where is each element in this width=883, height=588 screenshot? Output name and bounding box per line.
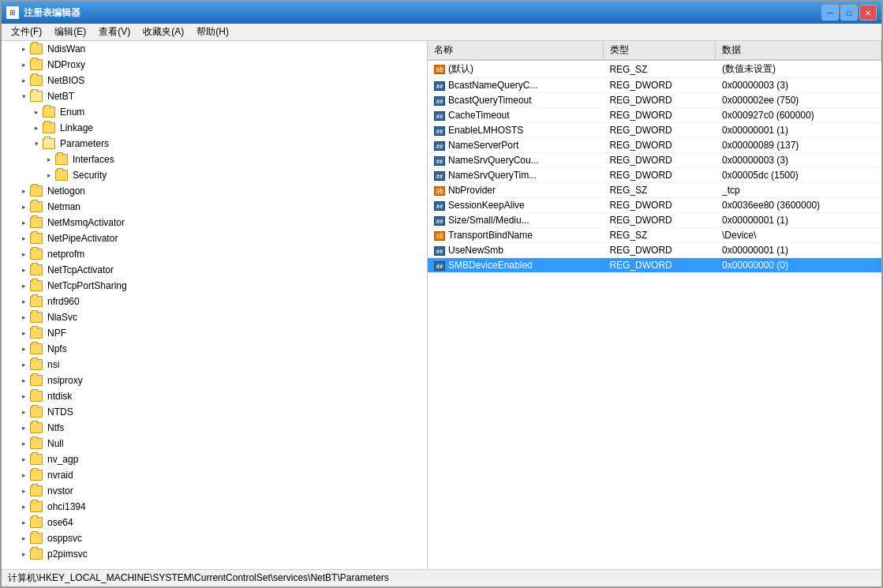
table-row[interactable]: ##SessionKeepAliveREG_DWORD0x0036ee80 (3… xyxy=(428,198,881,213)
folder-icon xyxy=(30,264,43,275)
reg-type-icon: ## xyxy=(434,246,445,256)
expander-icon: ▸ xyxy=(17,248,30,260)
reg-type-cell: REG_SZ xyxy=(603,183,716,198)
tree-item-nlasvc[interactable]: ▸NlaSvc xyxy=(2,309,427,325)
tree-item-parameters[interactable]: ▾Parameters xyxy=(2,136,427,152)
reg-name-cell: abNbProvider xyxy=(428,183,603,198)
window-title: 注册表编辑器 xyxy=(24,6,821,20)
tree-item-label: Netlogon xyxy=(47,185,85,197)
tree-item-nsi[interactable]: ▸nsi xyxy=(2,357,427,373)
tree-item-netbios[interactable]: ▸NetBIOS xyxy=(2,73,427,88)
col-type[interactable]: 类型 xyxy=(603,41,716,60)
table-row[interactable]: ##NameServerPortREG_DWORD0x00000089 (137… xyxy=(428,138,881,153)
tree-item-ndiswan[interactable]: ▸NdisWan xyxy=(2,41,427,57)
tree-item-netmsmqactivator[interactable]: ▸NetMsmqActivator xyxy=(2,215,427,230)
tree-item-ose64[interactable]: ▸ose64 xyxy=(2,515,427,530)
tree-item-ntdisk[interactable]: ▸ntdisk xyxy=(2,388,427,404)
title-bar: ⊞ 注册表编辑器 ─ □ ✕ xyxy=(2,2,881,24)
tree-item-netlogon[interactable]: ▸Netlogon xyxy=(2,183,427,199)
tree-item-label: Enum xyxy=(60,107,84,118)
table-row[interactable]: ab(默认)REG_SZ(数值未设置) xyxy=(428,60,881,78)
table-row[interactable]: ##SMBDeviceEnabledREG_DWORD0x00000000 (0… xyxy=(428,258,881,273)
tree-item-nettcpactivator[interactable]: ▸NetTcpActivator xyxy=(2,262,427,278)
menu-bar: 文件(F) 编辑(E) 查看(V) 收藏夹(A) 帮助(H) xyxy=(2,24,881,41)
menu-view[interactable]: 查看(V) xyxy=(92,24,137,40)
reg-type-cell: REG_DWORD xyxy=(603,108,716,123)
tree-item-osppsvc[interactable]: ▸osppsvc xyxy=(2,530,427,546)
reg-name-cell: ##SMBDeviceEnabled xyxy=(428,258,603,273)
close-button[interactable]: ✕ xyxy=(859,5,877,21)
registry-tree[interactable]: ▸NdisWan▸NDProxy▸NetBIOS▾NetBT▸Enum▸Link… xyxy=(2,41,428,569)
tree-item-label: Netman xyxy=(47,201,80,212)
reg-data-cell: 0x00000003 (3) xyxy=(716,78,881,93)
tree-item-ntds[interactable]: ▸NTDS xyxy=(2,404,427,420)
table-row[interactable]: ##Size/Small/Mediu...REG_DWORD0x00000001… xyxy=(428,213,881,228)
folder-icon xyxy=(30,201,43,212)
table-row[interactable]: ##BcastQueryTimeoutREG_DWORD0x000002ee (… xyxy=(428,93,881,108)
tree-item-security[interactable]: ▸Security xyxy=(2,167,427,183)
tree-item-ntfs[interactable]: ▸Ntfs xyxy=(2,420,427,436)
tree-item-netpipeactivator[interactable]: ▸NetPipeActivator xyxy=(2,230,427,246)
tree-item-label: nv_agp xyxy=(47,454,78,465)
reg-data-cell: _tcp xyxy=(716,183,881,198)
tree-item-npf[interactable]: ▸NPF xyxy=(2,325,427,341)
minimize-button[interactable]: ─ xyxy=(821,5,839,21)
col-name[interactable]: 名称 xyxy=(428,41,603,60)
tree-item-ndproxy[interactable]: ▸NDProxy xyxy=(2,57,427,73)
folder-icon xyxy=(30,517,43,528)
tree-item-netman[interactable]: ▸Netman xyxy=(2,199,427,215)
menu-edit[interactable]: 编辑(E) xyxy=(48,24,92,40)
folder-icon xyxy=(30,328,43,339)
tree-item-label: ose64 xyxy=(47,517,73,528)
registry-values: 名称 类型 数据 ab(默认)REG_SZ(数值未设置)##BcastNameQ… xyxy=(428,41,881,569)
expander-icon: ▸ xyxy=(17,295,30,308)
col-data[interactable]: 数据 xyxy=(716,41,881,60)
folder-icon xyxy=(55,170,68,181)
tree-item-netbt[interactable]: ▾NetBT xyxy=(2,88,427,104)
tree-item-enum[interactable]: ▸Enum xyxy=(2,104,427,120)
menu-help[interactable]: 帮助(H) xyxy=(190,24,235,40)
expander-icon: ▸ xyxy=(17,548,30,560)
table-row[interactable]: abNbProviderREG_SZ_tcp xyxy=(428,183,881,198)
table-row[interactable]: ##NameSrvQueryCou...REG_DWORD0x00000003 … xyxy=(428,153,881,168)
tree-item-label: NetTcpPortSharing xyxy=(47,280,127,291)
table-row[interactable]: ##BcastNameQueryC...REG_DWORD0x00000003 … xyxy=(428,78,881,93)
reg-type-icon: ## xyxy=(434,171,445,181)
tree-item-null[interactable]: ▸Null xyxy=(2,436,427,451)
table-row[interactable]: ##NameSrvQueryTim...REG_DWORD0x00005dc (… xyxy=(428,168,881,183)
tree-item-label: NetBT xyxy=(47,91,74,102)
folder-icon xyxy=(30,185,43,197)
table-row[interactable]: ##EnableLMHOSTSREG_DWORD0x00000001 (1) xyxy=(428,123,881,138)
folder-icon xyxy=(30,485,43,496)
tree-item-nv_agp[interactable]: ▸nv_agp xyxy=(2,451,427,467)
reg-type-cell: REG_DWORD xyxy=(603,138,716,153)
folder-icon xyxy=(30,375,43,386)
table-row[interactable]: abTransportBindNameREG_SZ\Device\ xyxy=(428,228,881,243)
table-row[interactable]: ##CacheTimeoutREG_DWORD0x000927c0 (60000… xyxy=(428,108,881,123)
tree-item-netprofm[interactable]: ▸netprofm xyxy=(2,246,427,262)
maximize-button[interactable]: □ xyxy=(840,5,858,21)
tree-item-nvstor[interactable]: ▸nvstor xyxy=(2,483,427,499)
tree-item-npfs[interactable]: ▸Npfs xyxy=(2,341,427,357)
reg-type-icon: ## xyxy=(434,156,445,166)
tree-item-label: NetTcpActivator xyxy=(47,264,114,275)
reg-data-cell: 0x000002ee (750) xyxy=(716,93,881,108)
tree-item-nettcpportsharing[interactable]: ▸NetTcpPortSharing xyxy=(2,278,427,294)
tree-item-nfrd960[interactable]: ▸nfrd960 xyxy=(2,294,427,309)
menu-file[interactable]: 文件(F) xyxy=(5,24,48,40)
expander-icon: ▸ xyxy=(30,122,43,134)
table-row[interactable]: ##UseNewSmbREG_DWORD0x00000001 (1) xyxy=(428,243,881,258)
tree-item-nsiproxy[interactable]: ▸nsiproxy xyxy=(2,373,427,388)
tree-item-ohci1394[interactable]: ▸ohci1394 xyxy=(2,499,427,515)
reg-name-cell: ##BcastNameQueryC... xyxy=(428,78,603,93)
tree-item-nvraid[interactable]: ▸nvraid xyxy=(2,467,427,483)
reg-type-cell: REG_DWORD xyxy=(603,93,716,108)
menu-favorites[interactable]: 收藏夹(A) xyxy=(137,24,190,40)
reg-type-icon: ## xyxy=(434,81,445,91)
tree-item-linkage[interactable]: ▸Linkage xyxy=(2,120,427,136)
expander-icon: ▸ xyxy=(17,200,30,213)
reg-type-cell: REG_DWORD xyxy=(603,213,716,228)
tree-item-p2pimsvc[interactable]: ▸p2pimsvc xyxy=(2,546,427,562)
tree-item-interfaces[interactable]: ▸Interfaces xyxy=(2,152,427,167)
tree-item-label: nsiproxy xyxy=(47,375,83,386)
